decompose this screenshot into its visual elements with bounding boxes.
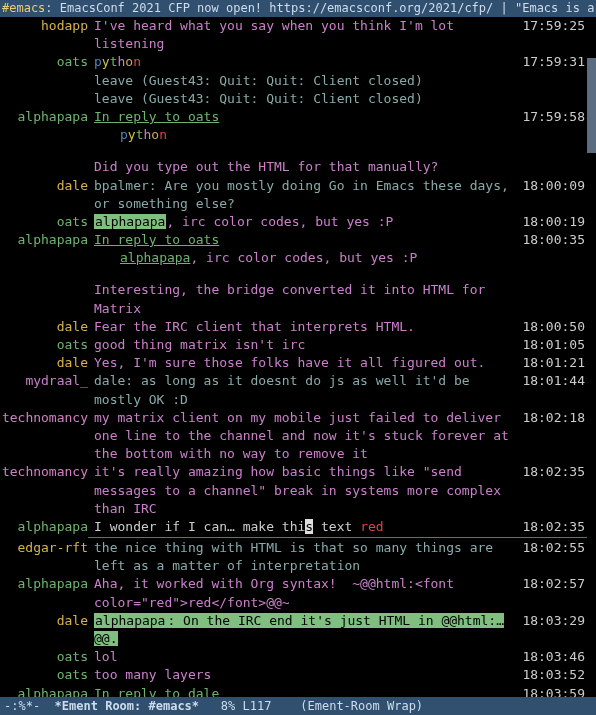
blank-line (0, 144, 587, 158)
message-row: oatslol18:03:46 (0, 648, 587, 666)
message-row: alphapapaIn reply to dale18:03:59 (0, 685, 587, 697)
nick-label: alphapapa (0, 685, 94, 697)
timestamp: 18:01:05 (517, 336, 587, 354)
scrollbar-thumb[interactable] (587, 58, 596, 153)
message-row: alphapapaIn reply to oats18:00:35 (0, 231, 587, 249)
message-row: oatsgood thing matrix isn't irc18:01:05 (0, 336, 587, 354)
message-text: dale: as long as it doesnt do js as well… (94, 373, 470, 406)
scrollbar[interactable] (587, 17, 596, 697)
message-body: alphapapa, irc color codes, but yes :P (94, 249, 517, 267)
nick-label: mydraal_ (0, 372, 94, 390)
reply-link[interactable]: oats (188, 109, 219, 124)
message-body: I wonder if I can… make this text red (94, 518, 517, 536)
message-row: python (0, 126, 587, 144)
message-row: hodappI've heard what you say when you t… (0, 17, 587, 53)
reply-link[interactable]: In reply to (94, 686, 188, 697)
nick-label: dale (0, 177, 94, 195)
nick-label: oats (0, 213, 94, 231)
topic-separator: | (501, 1, 508, 15)
modeline-minor-modes: (Ement-Room Wrap) (300, 699, 423, 713)
message-text: too many layers (94, 667, 211, 682)
message-body: too many layers (94, 666, 517, 684)
message-body: python (94, 53, 517, 71)
message-body: leave (Guest43: Quit: Quit: Client close… (94, 90, 517, 108)
timestamp: 18:03:29 (517, 612, 587, 630)
message-text: leave (Guest43: Quit: Quit: Client close… (94, 73, 423, 88)
nick-label: hodapp (0, 17, 94, 35)
nick-label: dale (0, 612, 94, 630)
timestamp: 18:02:55 (517, 539, 587, 557)
message-body: Did you type out the HTML for that manua… (94, 158, 517, 176)
reply-link[interactable]: dale (188, 686, 219, 697)
nick-label: oats (0, 666, 94, 684)
message-row: leave (Guest43: Quit: Quit: Client close… (0, 72, 587, 90)
message-body: In reply to oats (94, 108, 517, 126)
message-text: I've heard what you say when you think I… (94, 18, 454, 51)
message-body: In reply to dale (94, 685, 517, 697)
python-colored-word: python (94, 127, 167, 142)
timestamp: 18:02:18 (517, 409, 587, 427)
timestamp: 17:59:31 (517, 53, 587, 71)
message-row: daleFear the IRC client that interprets … (0, 318, 587, 336)
message-text: , irc color codes, but yes :P (190, 250, 417, 265)
timestamp: 18:00:09 (517, 177, 587, 195)
message-text: Yes, I'm sure those folks have it all fi… (94, 355, 485, 370)
modeline-position: L117 (242, 699, 271, 713)
reply-link[interactable]: In reply to (94, 109, 188, 124)
reply-link[interactable]: In reply to (94, 232, 188, 247)
modeline-buffer: *Ement Room: #emacs* (55, 699, 200, 713)
message-text: alphapapa (94, 214, 166, 229)
message-text: my matrix client on my mobile just faile… (94, 410, 517, 461)
timestamp: 18:03:46 (517, 648, 587, 666)
timestamp: 17:59:25 (517, 17, 587, 35)
message-row: edgar-rftthe nice thing with HTML is tha… (0, 539, 587, 575)
message-body: Fear the IRC client that interprets HTML… (94, 318, 517, 336)
reply-link[interactable]: alphapapa (94, 250, 190, 265)
message-text: Interesting, the bridge converted it int… (94, 282, 485, 315)
timestamp: 18:03:52 (517, 666, 587, 684)
message-text: bpalmer: Are you mostly doing Go in Emac… (94, 178, 517, 211)
nick-label: technomancy (0, 463, 94, 481)
message-body: Interesting, the bridge converted it int… (94, 281, 517, 317)
message-body: alphapapa, irc color codes, but yes :P (94, 213, 517, 231)
message-body: Aha, it worked with Org syntax! ~@@html:… (94, 575, 517, 611)
timestamp: 18:00:19 (517, 213, 587, 231)
timestamp: 18:03:59 (517, 685, 587, 697)
topic-text-b: "Emacs is a c (508, 1, 596, 15)
python-colored-word: python (94, 54, 141, 69)
message-text: the nice thing with HTML is that so many… (94, 540, 501, 573)
message-text: s (305, 519, 313, 534)
nick-label: dale (0, 318, 94, 336)
message-row: technomancymy matrix client on my mobile… (0, 409, 587, 464)
header-bar: #emacs: EmacsConf 2021 CFP now open! htt… (0, 0, 596, 17)
channel-name: #emacs (2, 1, 45, 15)
message-text: I wonder if I can… make thi (94, 519, 305, 534)
reply-link[interactable]: oats (188, 232, 219, 247)
nick-label: alphapapa (0, 231, 94, 249)
nick-label: alphapapa (0, 518, 94, 536)
nick-label: oats (0, 53, 94, 71)
message-text: red (360, 519, 383, 534)
message-row: oatsalphapapa, irc color codes, but yes … (0, 213, 587, 231)
message-row: alphapapaAha, it worked with Org syntax!… (0, 575, 587, 611)
message-row: leave (Guest43: Quit: Quit: Client close… (0, 90, 587, 108)
timestamp: 18:01:44 (517, 372, 587, 390)
timestamp: 18:02:35 (517, 463, 587, 481)
message-body: I've heard what you say when you think I… (94, 17, 517, 53)
message-body: Yes, I'm sure those folks have it all fi… (94, 354, 517, 372)
message-row: oatstoo many layers18:03:52 (0, 666, 587, 684)
message-body: the nice thing with HTML is that so many… (94, 539, 517, 575)
mode-line: -:%*- *Ement Room: #emacs* 8% L117 (Emen… (0, 697, 596, 715)
message-row: mydraal_dale: as long as it doesnt do js… (0, 372, 587, 408)
message-body: python (94, 126, 517, 144)
timestamp: 18:00:35 (517, 231, 587, 249)
message-row: Did you type out the HTML for that manua… (0, 158, 587, 176)
timestamp: 18:02:35 (517, 518, 587, 536)
message-body: my matrix client on my mobile just faile… (94, 409, 517, 464)
message-text: good thing matrix isn't irc (94, 337, 305, 352)
message-row: oatspython17:59:31 (0, 53, 587, 71)
nick-label: oats (0, 648, 94, 666)
nick-label: alphapapa (0, 108, 94, 126)
message-text: Did you type out the HTML for that manua… (94, 159, 438, 174)
message-area[interactable]: hodappI've heard what you say when you t… (0, 17, 587, 697)
